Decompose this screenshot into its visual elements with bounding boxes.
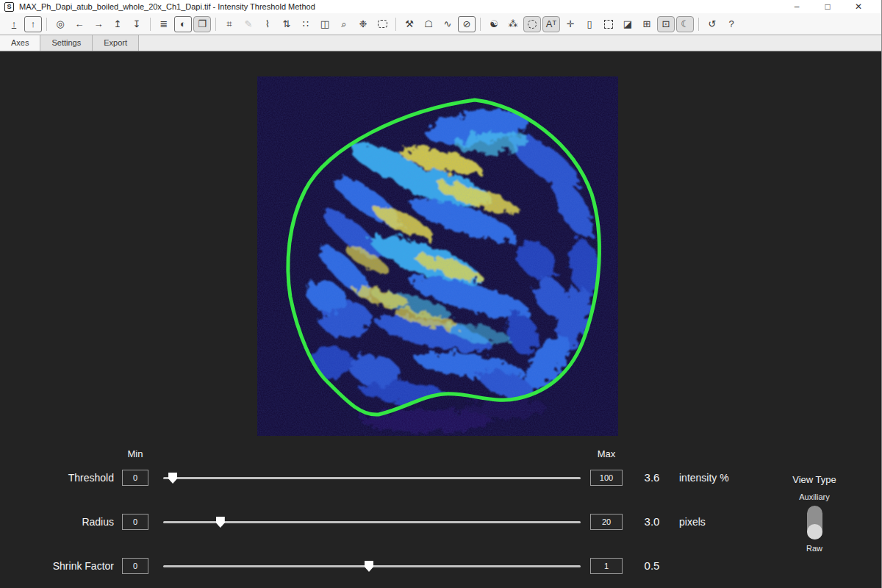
threshold-value: 3.6 — [632, 471, 672, 484]
night-mode-icon[interactable]: ☾ — [676, 16, 694, 32]
paperclip-icon[interactable]: ⌇ — [259, 16, 276, 32]
null-box-icon[interactable]: ⊘ — [458, 16, 476, 32]
particles-icon[interactable]: ∷ — [297, 16, 315, 32]
crosshair-icon[interactable]: ✛ — [562, 16, 579, 32]
slider-handle[interactable] — [216, 517, 225, 528]
pixel-box-icon[interactable]: ⊡ — [657, 16, 675, 32]
palette-icon[interactable]: ☯ — [485, 16, 503, 32]
pan-down-icon[interactable]: ↧ — [128, 16, 146, 32]
shield-icon[interactable]: ☖ — [420, 16, 437, 32]
max-header: Max — [590, 448, 623, 459]
circle-select-icon[interactable] — [523, 16, 541, 32]
radius-row: Radius 0 20 3.0 pixels — [0, 514, 881, 531]
pan-left-icon[interactable]: ← — [71, 16, 88, 32]
threshold-label: Threshold — [15, 472, 114, 484]
maximize-button[interactable]: □ — [812, 0, 843, 13]
help-icon[interactable]: ? — [723, 16, 740, 32]
radius-min-box[interactable]: 0 — [122, 514, 148, 530]
toolbar-separator — [698, 18, 699, 31]
rect-select-icon[interactable] — [600, 16, 617, 32]
rounded-select-icon[interactable] — [373, 16, 391, 32]
crop-icon[interactable]: ⌗ — [220, 16, 238, 32]
histogram-bracket-icon[interactable]: ◫ — [316, 16, 334, 32]
window-title: MAX_Ph_Dapi_atub_boiled_whole_20x_Ch1_Da… — [19, 2, 781, 11]
threshold-max-box[interactable]: 100 — [590, 470, 623, 486]
pan-up-icon[interactable]: ↥ — [109, 16, 126, 32]
view-type-section: View Type Auxiliary Raw — [770, 474, 858, 553]
app-window: S MAX_Ph_Dapi_atub_boiled_whole_20x_Ch1_… — [0, 0, 882, 588]
radius-value: 3.0 — [632, 515, 672, 528]
title-bar: S MAX_Ph_Dapi_atub_boiled_whole_20x_Ch1_… — [0, 0, 881, 13]
zoom-region-icon[interactable]: ⌕ — [335, 16, 353, 32]
auto-text-icon[interactable]: Aᵀ — [542, 16, 560, 32]
close-button[interactable]: ✕ — [843, 0, 874, 13]
sort-arrows-icon[interactable]: ⇅ — [278, 16, 295, 32]
view-type-toggle[interactable] — [807, 506, 822, 539]
pencil-icon: ✎ — [240, 16, 257, 32]
view-type-auxiliary-label: Auxiliary — [770, 492, 858, 501]
tab-settings[interactable]: Settings — [40, 35, 93, 51]
grid-icon[interactable]: ⊞ — [638, 16, 656, 32]
contrast-icon[interactable]: ◐ — [174, 16, 192, 32]
threshold-row: Threshold 0 100 3.6 intensity % — [0, 470, 881, 487]
shrink-factor-min-box[interactable]: 0 — [122, 558, 148, 574]
undo-icon[interactable]: ↺ — [703, 16, 721, 32]
toolbar: ↑↑◎←→↥↧≣◐❐⌗✎⌇⇅∷◫⌕❉⚒☖∿⊘☯⁂Aᵀ✛▯◪⊞⊡☾↺? — [0, 13, 881, 35]
toolbar-separator — [46, 18, 47, 31]
tab-bar: Axes Settings Export — [0, 35, 881, 51]
channels-edit-icon[interactable]: ❉ — [354, 16, 372, 32]
slider-handle[interactable] — [168, 473, 177, 484]
window-view-icon[interactable]: ❐ — [193, 16, 211, 32]
ruler-icon[interactable]: ▯ — [581, 16, 598, 32]
microscopy-image[interactable] — [257, 76, 618, 436]
radius-max-box[interactable]: 20 — [590, 514, 623, 530]
signal-icon[interactable]: ∿ — [439, 16, 456, 32]
save-image-icon[interactable]: ↑ — [5, 16, 23, 32]
shrink-factor-label: Shrink Factor — [15, 560, 114, 572]
main-panel: Min Max Threshold 0 100 3.6 intensity % … — [0, 51, 881, 588]
min-header: Min — [122, 448, 148, 459]
toolbar-separator — [150, 18, 151, 31]
tools-icon[interactable]: ⚒ — [401, 16, 418, 32]
toolbar-separator — [395, 18, 396, 31]
view-type-title: View Type — [770, 474, 858, 485]
radius-slider-track[interactable] — [163, 521, 581, 523]
shrink-factor-row: Shrink Factor 0 1 0.5 — [0, 558, 881, 576]
toolbar-separator — [480, 18, 481, 31]
tab-export[interactable]: Export — [93, 35, 139, 51]
pan-right-icon[interactable]: → — [90, 16, 107, 32]
compass-icon[interactable]: ◎ — [51, 16, 69, 32]
toolbar-separator — [215, 18, 216, 31]
radius-label: Radius — [15, 516, 114, 528]
radius-unit: pixels — [679, 516, 706, 528]
slider-handle[interactable] — [365, 561, 373, 572]
threshold-slider-track[interactable] — [163, 477, 581, 479]
minimize-button[interactable]: – — [781, 0, 812, 13]
layers-icon[interactable]: ≣ — [155, 16, 173, 32]
save-boxed-icon[interactable]: ↑ — [24, 16, 42, 32]
shrink-factor-value: 0.5 — [632, 559, 672, 572]
view-type-toggle-knob[interactable] — [807, 524, 822, 539]
image-icon[interactable]: ◪ — [619, 16, 637, 32]
shrink-factor-max-box[interactable]: 1 — [590, 558, 623, 574]
tab-axes[interactable]: Axes — [0, 35, 40, 51]
threshold-unit: intensity % — [679, 472, 729, 484]
threshold-min-box[interactable]: 0 — [122, 470, 148, 486]
app-icon: S — [4, 2, 14, 12]
view-type-raw-label: Raw — [770, 544, 858, 553]
rgb-channels-icon[interactable]: ⁂ — [504, 16, 522, 32]
